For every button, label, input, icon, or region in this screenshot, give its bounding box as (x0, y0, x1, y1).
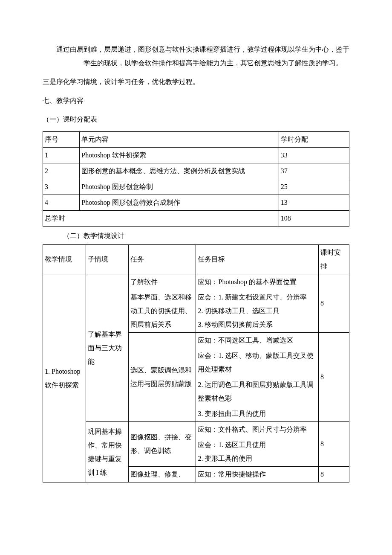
goal-line: 应会：1. 新建文档设置尺寸、分辨率 (198, 291, 317, 304)
cell-goal-know: 应知：Photoshop 的基本界面位置 (196, 274, 319, 290)
cell-goal-know: 应知：文件格式、图片尺寸与分辨率 (196, 422, 319, 438)
cell-seq: 4 (43, 195, 80, 211)
header-subcontext: 子情境 (86, 245, 129, 274)
header-context: 教学情境 (43, 245, 86, 274)
cell-hours: 8 (319, 333, 349, 422)
cell-goal-do-3: 3. 变形扭曲工具的使用 (196, 406, 319, 422)
cell-subcontext: 巩固基本操作、常用快捷键与重复训 I 练 (86, 422, 129, 482)
goal-line: 3. 移动图层切换前后关系 (198, 318, 317, 331)
table-row: 2 图形创意的基本概念、思维方法、案例分析及创意实战 37 (43, 163, 349, 179)
section-7-title: 七、教学内容 (43, 94, 349, 108)
cell-seq: 1 (43, 148, 80, 163)
header-task: 任务 (129, 245, 196, 274)
cell-hours: 37 (279, 163, 349, 179)
cell-goal-do-2: 2. 运用调色工具和图层剪贴蒙版工具调整素材色彩 (196, 377, 319, 406)
cell-seq: 3 (43, 179, 80, 195)
cell-total-hours: 108 (279, 211, 349, 227)
cell-total-label: 总学时 (43, 211, 279, 227)
subsection-1-title: （一）课时分配表 (43, 113, 349, 126)
table-header-row: 教学情境 子情境 任务 任务目标 课时安排 (43, 245, 349, 274)
header-hours: 学时分配 (279, 132, 349, 148)
header-content: 单元内容 (80, 132, 279, 148)
table-row: 巩固基本操作、常用快捷键与重复训 I 练 图像抠图、拼接、变形、调色训练 应知：… (43, 422, 349, 438)
header-hours: 课时安排 (319, 245, 349, 274)
goal-line: 应会：1. 选区工具使用 (198, 438, 317, 452)
header-goal: 任务目标 (196, 245, 319, 274)
cell-content: Photoshop 图形创意绘制 (80, 179, 279, 195)
table-row: 1. Photoshop 软件初探索 了解基本界面与三大功能 了解软件 应知：P… (43, 274, 349, 290)
page-container: 通过由易到难，层层递进，图形创意与软件实操课程穿插进行，教学过程体现以学生为中心… (0, 0, 392, 555)
cell-task-title: 了解软件 (129, 274, 196, 290)
intro-paragraph-2: 三是序化学习情境，设计学习任务，优化教学过程。 (43, 75, 349, 89)
teaching-context-table: 教学情境 子情境 任务 任务目标 课时安排 1. Photoshop 软件初探索… (43, 244, 349, 482)
cell-hours: 13 (279, 195, 349, 211)
header-seq: 序号 (43, 132, 80, 148)
cell-context: 1. Photoshop 软件初探索 (43, 274, 86, 482)
table-header-row: 序号 单元内容 学时分配 (43, 132, 349, 148)
table-row: 3 Photoshop 图形创意绘制 25 (43, 179, 349, 195)
hours-allocation-table: 序号 单元内容 学时分配 1 Photoshop 软件初探索 33 2 图形创意… (43, 131, 349, 227)
cell-content: Photoshop 软件初探索 (80, 148, 279, 163)
table-row: 4 Photoshop 图形创意特效合成制作 13 (43, 195, 349, 211)
cell-content: Photoshop 图形创意特效合成制作 (80, 195, 279, 211)
subsection-2-title: （二）教学情境设计 (43, 229, 349, 243)
cell-goal-do: 应会：1. 新建文档设置尺寸、分辨率 2. 切换移动工具、选区工具 3. 移动图… (196, 290, 319, 333)
intro-paragraph-1: 通过由易到难，层层递进，图形创意与软件实操课程穿插进行，教学过程体现以学生为中心… (43, 43, 349, 70)
cell-hours: 8 (319, 422, 349, 467)
cell-hours: 25 (279, 179, 349, 195)
cell-goal-do-1: 应会：1. 选区、移动、蒙版工具交叉使用处理素材 (196, 348, 319, 377)
cell-task: 选区、蒙版调色混和运用与图层剪贴蒙版 (129, 333, 196, 422)
cell-task-body: 基本界面、选区和移动工具的切换使用、图层前后关系 (129, 290, 196, 333)
goal-line: 2. 变形工具的使用 (198, 452, 317, 465)
table-row: 1 Photoshop 软件初探索 33 (43, 148, 349, 163)
table-total-row: 总学时 108 (43, 211, 349, 227)
goal-line: 2. 切换移动工具、选区工具 (198, 304, 317, 318)
cell-goal-know: 应知：不同选区工具、增减选区 (196, 333, 319, 349)
cell-hours: 8 (319, 467, 349, 482)
cell-hours: 8 (319, 274, 349, 333)
cell-task: 图像抠图、拼接、变形、调色训练 (129, 422, 196, 467)
cell-subcontext: 了解基本界面与三大功能 (86, 274, 129, 422)
cell-seq: 2 (43, 163, 80, 179)
cell-task: 图像处理、修复、 (129, 467, 196, 482)
cell-hours: 33 (279, 148, 349, 163)
cell-content: 图形创意的基本概念、思维方法、案例分析及创意实战 (80, 163, 279, 179)
cell-goal-know: 应知：常用快捷键操作 (196, 467, 319, 482)
cell-goal-do: 应会：1. 选区工具使用 2. 变形工具的使用 (196, 437, 319, 467)
